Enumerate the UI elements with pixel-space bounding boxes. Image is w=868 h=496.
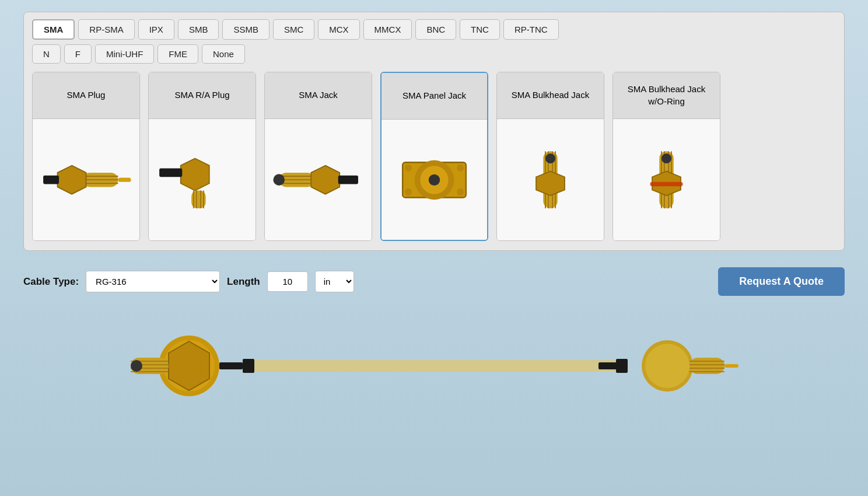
connector-card-label: SMA Plug <box>33 72 139 119</box>
connector-card-image <box>613 119 720 240</box>
tab-n[interactable]: N <box>32 44 61 64</box>
tab-none[interactable]: None <box>202 44 245 64</box>
svg-point-25 <box>405 164 412 171</box>
svg-rect-66 <box>724 364 738 368</box>
tab-rp-sma[interactable]: RP-SMA <box>78 19 134 40</box>
connector-card-sma-jack[interactable]: SMA Jack <box>264 72 372 241</box>
connector-card-sma-ra-plug[interactable]: SMA R/A Plug <box>148 72 256 241</box>
connector-card-sma-bulkhead-jack-wo[interactable]: SMA Bulkhead Jack w/O-Ring <box>612 72 720 241</box>
connector-card-label: SMA Panel Jack <box>382 73 487 120</box>
tab-rp-tnc[interactable]: RP-TNC <box>503 19 559 40</box>
svg-rect-57 <box>598 362 622 369</box>
connector-card-label: SMA Bulkhead Jack w/O-Ring <box>613 72 720 119</box>
svg-marker-34 <box>536 171 565 195</box>
bottom-controls: Cable Type: RG-316RG-58RG-59RG-174RG-178… <box>23 267 845 296</box>
cable-type-label: Cable Type: <box>23 276 79 288</box>
connector-card-label: SMA R/A Plug <box>149 72 256 119</box>
connector-card-label: SMA Jack <box>265 72 372 119</box>
connector-card-sma-plug[interactable]: SMA Plug <box>32 72 140 241</box>
request-quote-button[interactable]: Request A Quote <box>718 267 845 296</box>
length-label: Length <box>227 276 260 288</box>
tab-fme[interactable]: FME <box>158 44 198 64</box>
svg-rect-13 <box>159 168 182 177</box>
tab-row-1: SMARP-SMAIPXSMBSSMBSMCMCXMMCXBNCTNCRP-TN… <box>32 19 836 40</box>
svg-point-43 <box>662 153 671 163</box>
svg-point-19 <box>273 174 285 186</box>
tab-mmcx[interactable]: MMCX <box>363 19 412 40</box>
svg-point-52 <box>131 360 142 372</box>
tab-mcx[interactable]: MCX <box>318 19 359 40</box>
tab-row-2: NFMini-UHFFMENone <box>32 44 836 64</box>
connector-card-label: SMA Bulkhead Jack <box>497 72 604 119</box>
svg-marker-7 <box>181 158 209 190</box>
tab-bnc[interactable]: BNC <box>415 19 456 40</box>
tab-f[interactable]: F <box>64 44 92 64</box>
tab-mini-uhf[interactable]: Mini-UHF <box>95 44 154 64</box>
connector-card-image <box>265 119 372 240</box>
svg-marker-18 <box>311 166 340 194</box>
cable-assembly-svg <box>84 313 784 418</box>
svg-point-27 <box>405 188 412 195</box>
tab-sma[interactable]: SMA <box>32 19 75 40</box>
main-container: SMARP-SMAIPXSMBSSMBSMCMCXMMCXBNCTNCRP-TN… <box>0 0 868 430</box>
cable-assembly <box>23 313 845 418</box>
svg-point-60 <box>645 344 690 388</box>
cable-type-select[interactable]: RG-316RG-58RG-59RG-174RG-178LMR-100LMR-2… <box>86 271 220 292</box>
svg-rect-42 <box>650 182 682 186</box>
connector-card-sma-panel-jack[interactable]: SMA Panel Jack <box>380 72 488 241</box>
tab-smc[interactable]: SMC <box>273 19 314 40</box>
unit-select[interactable]: incmmmft <box>315 271 354 292</box>
svg-rect-54 <box>249 360 622 372</box>
tab-panel: SMARP-SMAIPXSMBSSMBSMCMCXMMCXBNCTNCRP-TN… <box>23 12 845 251</box>
svg-rect-20 <box>338 176 358 184</box>
svg-rect-53 <box>219 362 243 369</box>
cards-row: SMA Plug SMA R/A Plug SMA Jack SMA Panel <box>32 72 836 241</box>
tab-ssmb[interactable]: SSMB <box>222 19 270 40</box>
connector-card-image <box>497 119 604 240</box>
tab-tnc[interactable]: TNC <box>460 19 500 40</box>
tab-smb[interactable]: SMB <box>178 19 219 40</box>
length-input[interactable] <box>267 271 308 292</box>
svg-rect-5 <box>43 176 59 184</box>
svg-point-24 <box>429 174 440 185</box>
connector-card-image <box>382 120 487 240</box>
svg-marker-4 <box>58 166 86 194</box>
svg-point-28 <box>457 188 464 195</box>
tab-ipx[interactable]: IPX <box>138 19 174 40</box>
svg-rect-6 <box>118 177 131 181</box>
connector-card-sma-bulkhead-jack[interactable]: SMA Bulkhead Jack <box>496 72 604 241</box>
svg-point-26 <box>457 164 464 171</box>
svg-rect-55 <box>243 359 254 373</box>
connector-card-image <box>149 119 256 240</box>
connector-card-image <box>33 119 139 240</box>
svg-point-35 <box>545 153 555 163</box>
